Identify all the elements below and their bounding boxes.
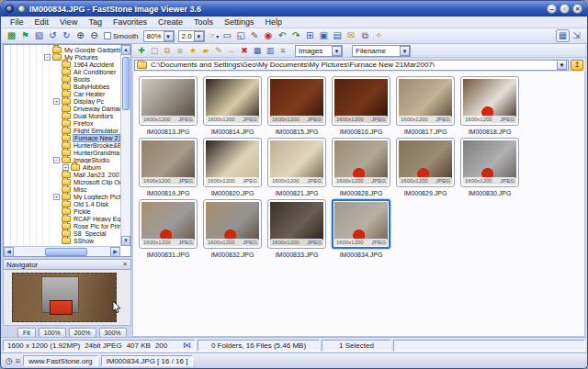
checkbox-icon[interactable] bbox=[104, 32, 111, 39]
address-dropdown-icon[interactable]: ▾ bbox=[557, 60, 567, 70]
thumbnail-im000815-jpg[interactable]: 1600x1200JPEG bbox=[267, 76, 326, 126]
filter-select[interactable]: Images ▾ bbox=[295, 45, 343, 57]
clock-icon[interactable]: ◷ bbox=[6, 356, 13, 365]
thumbnail-im000830-jpg[interactable]: 1600x1200JPEG bbox=[460, 138, 519, 187]
title-bar[interactable]: IM000834.JPG - FastStone Image Viewer 3.… bbox=[1, 1, 587, 17]
select-tool-icon[interactable]: ▭ bbox=[220, 29, 234, 42]
options-icon[interactable]: ≡ bbox=[16, 356, 20, 365]
copy-to-folder-icon[interactable]: ⧉ bbox=[161, 45, 174, 57]
expand-toggle-icon[interactable]: + bbox=[53, 98, 60, 105]
scroll-right-icon[interactable]: ▶ bbox=[110, 247, 120, 257]
tree-horizontal-scrollbar[interactable]: ◀ ▶ bbox=[4, 246, 120, 256]
minimize-button[interactable]: – bbox=[547, 4, 557, 14]
chevron-down-icon[interactable]: ▾ bbox=[216, 34, 219, 39]
redo-icon[interactable]: ↷ bbox=[289, 29, 303, 42]
up-folder-button[interactable]: ↥ bbox=[571, 60, 583, 71]
collapse-navigator-icon[interactable]: ✕ bbox=[122, 261, 128, 268]
sort-select[interactable]: Filename ▾ bbox=[352, 45, 411, 57]
hand-tool-icon[interactable]: ☞▾ bbox=[207, 29, 220, 42]
scrollbar-thumb[interactable] bbox=[122, 57, 130, 110]
fullscreen-icon[interactable]: ⇲ bbox=[570, 29, 583, 42]
rotate-right-icon[interactable]: ↻ bbox=[60, 29, 74, 42]
tag-edit-icon[interactable]: ✎ bbox=[212, 45, 225, 57]
tree-item-imagestudio[interactable]: −ImageStudio bbox=[4, 156, 120, 163]
menu-favorites[interactable]: Favorites bbox=[107, 17, 153, 28]
scroll-up-icon[interactable]: ▲ bbox=[121, 45, 130, 55]
move-to-folder-icon[interactable]: ⧈ bbox=[174, 45, 187, 57]
navigator-preview-image[interactable] bbox=[12, 273, 117, 322]
red-eye-icon[interactable]: ◉ bbox=[262, 29, 276, 42]
thumbnail-im000829-jpg[interactable]: 1600x1200JPEG bbox=[396, 138, 455, 187]
menu-tools[interactable]: Tools bbox=[188, 17, 219, 28]
detail-view-icon[interactable]: ▥ bbox=[264, 45, 277, 57]
fit-window-icon[interactable]: ⋈ bbox=[183, 341, 191, 350]
fit-button[interactable]: Fit bbox=[17, 328, 36, 338]
email-icon[interactable]: ✉ bbox=[345, 29, 358, 42]
rotate-left-icon[interactable]: ↺ bbox=[46, 29, 60, 42]
thumbnail-im000813-jpg[interactable]: 1600x1200JPEG bbox=[139, 76, 198, 126]
tree-item-my-google-gadgets[interactable]: My Google Gadgets bbox=[4, 46, 120, 53]
menu-create[interactable]: Create bbox=[153, 17, 188, 28]
expand-toggle-icon[interactable]: − bbox=[53, 157, 60, 163]
crop-tool-icon[interactable]: ◱ bbox=[234, 29, 248, 42]
address-input[interactable]: C:\Documents and Settings\Geo\My Documen… bbox=[134, 60, 569, 71]
menu-edit[interactable]: Edit bbox=[29, 17, 55, 28]
wallpaper-icon[interactable]: ▤ bbox=[331, 29, 345, 42]
thumbnail-view-icon[interactable]: ▦ bbox=[251, 45, 264, 57]
close-button[interactable]: × bbox=[572, 4, 582, 14]
resize-icon[interactable]: ⊞ bbox=[303, 29, 317, 42]
zoom-300-button[interactable]: 300% bbox=[99, 328, 127, 338]
chevron-down-icon[interactable]: ▾ bbox=[400, 46, 410, 56]
zoom-select[interactable]: 80% ▾ bbox=[143, 30, 175, 42]
menu-help[interactable]: Help bbox=[259, 17, 288, 28]
thumbnail-im000819-jpg[interactable]: 1600x1200JPEG bbox=[139, 138, 198, 187]
effects-icon[interactable]: ✧ bbox=[372, 29, 386, 42]
thumbnail-im000832-jpg[interactable]: 1600x1200JPEG bbox=[203, 199, 262, 249]
thumbnail-im000828-jpg[interactable]: 1600x1200JPEG bbox=[332, 138, 390, 187]
chevron-down-icon[interactable]: ▾ bbox=[164, 31, 174, 41]
tree-vertical-scrollbar[interactable]: ▲ ▼ bbox=[120, 45, 130, 246]
zoom-out-icon[interactable]: ⊖ bbox=[87, 29, 101, 42]
thumbnail-im000816-jpg[interactable]: 1600x1200JPEG bbox=[332, 76, 390, 126]
menu-tag[interactable]: Tag bbox=[83, 17, 107, 28]
zoom-100-button[interactable]: 100% bbox=[39, 328, 66, 338]
canvas-size-icon[interactable]: ▣ bbox=[317, 29, 331, 42]
tree-item-sshow[interactable]: SShow bbox=[4, 237, 120, 244]
thumbnail-im000820-jpg[interactable]: 1600x1200JPEG bbox=[203, 138, 262, 187]
menu-settings[interactable]: Settings bbox=[219, 17, 260, 28]
thumbnail-im000814-jpg[interactable]: 1600x1200JPEG bbox=[203, 76, 262, 126]
menu-view[interactable]: View bbox=[54, 17, 83, 28]
chevron-down-icon[interactable]: ▾ bbox=[194, 31, 204, 41]
zoom-in-icon[interactable]: ⊕ bbox=[74, 29, 87, 42]
app-menu-icon[interactable] bbox=[17, 5, 26, 13]
expand-toggle-icon[interactable]: − bbox=[44, 54, 51, 61]
thumbnail-im000818-jpg[interactable]: 1600x1200JPEG bbox=[460, 76, 519, 126]
ratio-select[interactable]: 2.0 ▾ bbox=[178, 30, 205, 42]
browse-images-icon[interactable]: ▩ bbox=[5, 29, 18, 42]
open-folder-icon[interactable]: ⚑ bbox=[18, 29, 32, 42]
chevron-down-icon[interactable]: ▾ bbox=[332, 46, 342, 56]
save-icon[interactable]: ▧ bbox=[32, 29, 46, 42]
thumbnail-im000834-jpg[interactable]: 1600x1200JPEG bbox=[332, 199, 390, 249]
print-icon[interactable]: ⧉ bbox=[358, 29, 372, 42]
thumbnail-im000817-jpg[interactable]: 1600x1200JPEG bbox=[396, 76, 455, 126]
new-folder-icon[interactable]: ✚ bbox=[135, 45, 148, 57]
favorites-icon[interactable]: ★ bbox=[187, 45, 199, 57]
undo-icon[interactable]: ↶ bbox=[276, 29, 289, 42]
website-link[interactable]: www.FastStone.org bbox=[23, 355, 97, 366]
thumbnail-im000821-jpg[interactable]: 1600x1200JPEG bbox=[267, 138, 326, 187]
delete-icon[interactable]: ✖ bbox=[238, 45, 251, 57]
thumbnail-im000831-jpg[interactable]: 1600x1200JPEG bbox=[139, 199, 198, 249]
menu-file[interactable]: File bbox=[5, 17, 29, 28]
draw-tool-icon[interactable]: ✎ bbox=[248, 29, 262, 42]
rename-icon[interactable]: ▢ bbox=[148, 45, 161, 57]
maximize-button[interactable]: ▫ bbox=[560, 4, 570, 14]
list-view-icon[interactable]: ≡ bbox=[277, 45, 289, 57]
expand-toggle-icon[interactable]: + bbox=[53, 194, 60, 200]
folder-open-icon[interactable]: ▰ bbox=[199, 45, 212, 57]
zoom-200-button[interactable]: 200% bbox=[69, 328, 96, 338]
layout-select-icon[interactable]: ▦ bbox=[556, 29, 570, 42]
goto-icon[interactable]: → bbox=[225, 45, 238, 57]
scroll-down-icon[interactable]: ▼ bbox=[121, 236, 130, 246]
scrollbar-thumb[interactable] bbox=[45, 248, 87, 256]
